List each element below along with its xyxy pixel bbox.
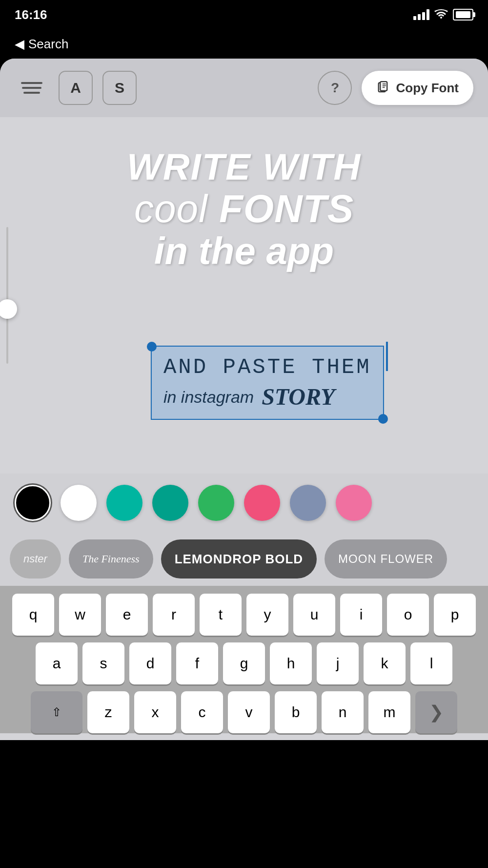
font-s-label: S xyxy=(115,80,124,96)
key-z[interactable]: z xyxy=(87,691,129,733)
document-icon xyxy=(376,81,390,95)
color-swatch-pink2[interactable] xyxy=(336,485,372,521)
battery-icon xyxy=(453,9,473,21)
key-k[interactable]: k xyxy=(364,642,406,684)
navigation-bar: ◀ Search xyxy=(0,29,488,59)
font-a-label: A xyxy=(70,80,81,96)
color-swatch-bluegray[interactable] xyxy=(290,485,326,521)
keyboard-row-2: a s d f g h j k l xyxy=(4,642,484,684)
key-p[interactable]: p xyxy=(434,594,476,636)
key-y[interactable]: y xyxy=(246,594,288,636)
color-swatch-white[interactable] xyxy=(61,485,97,521)
handle-bottom-right[interactable] xyxy=(378,414,388,424)
color-swatch-black[interactable] xyxy=(15,485,51,521)
font-pill-moonflower[interactable]: MOON FLOWER xyxy=(325,539,447,579)
handle-top-left[interactable] xyxy=(147,342,157,351)
key-u[interactable]: u xyxy=(293,594,335,636)
key-o[interactable]: o xyxy=(387,594,429,636)
key-j[interactable]: j xyxy=(317,642,359,684)
color-swatch-pink1[interactable] xyxy=(244,485,280,521)
keyboard: q w e r t y u i o p a s d f g h j k xyxy=(0,586,488,733)
color-swatch-green[interactable] xyxy=(198,485,234,521)
back-label: Search xyxy=(28,37,68,52)
status-time: 16:16 xyxy=(15,7,47,22)
font-s-button[interactable]: S xyxy=(102,71,137,105)
key-q[interactable]: q xyxy=(12,594,54,636)
key-e[interactable]: e xyxy=(106,594,148,636)
font-selector: nster The Fineness LEMONDROP BOLD MOON F… xyxy=(0,532,488,586)
status-bar: 16:16 xyxy=(0,0,488,29)
keyboard-row-1: q w e r t y u i o p xyxy=(4,594,484,636)
signal-icon xyxy=(413,9,429,20)
handle-top-right[interactable] xyxy=(386,342,388,371)
slider-track xyxy=(6,227,8,364)
key-s[interactable]: s xyxy=(82,642,124,684)
selected-text-box[interactable]: And paste them in instagram STORY xyxy=(151,346,384,420)
font-lemondrop-label: LEMONDROP BOLD xyxy=(175,552,303,567)
key-n[interactable]: n xyxy=(322,691,364,733)
main-text-line1: WRITE WITH xyxy=(73,146,415,187)
key-f[interactable]: f xyxy=(176,642,218,684)
key-t[interactable]: t xyxy=(200,594,242,636)
font-fineness-label: The Fineness xyxy=(82,553,140,565)
key-next[interactable]: ❯ xyxy=(415,691,457,733)
cool-text: cool xyxy=(134,187,219,230)
back-button[interactable]: ◀ Search xyxy=(15,37,68,52)
color-swatch-teal1[interactable] xyxy=(106,485,142,521)
key-m[interactable]: m xyxy=(368,691,410,733)
copy-font-label: Copy Font xyxy=(396,81,459,96)
key-v[interactable]: v xyxy=(228,691,270,733)
fonts-text: FONTS xyxy=(219,187,354,230)
main-text-line2: cool FONTS xyxy=(73,187,415,230)
copy-font-button[interactable]: Copy Font xyxy=(362,71,473,105)
keyboard-row-3: ⇧ z x c v b n m ❯ xyxy=(4,691,484,733)
font-pill-lemondrop[interactable]: LEMONDROP BOLD xyxy=(161,539,317,579)
size-slider[interactable] xyxy=(0,117,15,474)
font-monster-label: nster xyxy=(23,553,47,565)
key-g[interactable]: g xyxy=(223,642,265,684)
menu-button[interactable] xyxy=(15,71,49,105)
key-b[interactable]: b xyxy=(275,691,317,733)
help-icon: ? xyxy=(331,80,339,96)
key-r[interactable]: r xyxy=(153,594,195,636)
toolbar: A S ? Copy Font xyxy=(0,59,488,117)
selected-text-line2: in instagram STORY xyxy=(163,382,371,412)
key-l[interactable]: l xyxy=(410,642,452,684)
font-a-button[interactable]: A xyxy=(59,71,93,105)
selected-text-line1: And paste them xyxy=(163,353,371,381)
key-d[interactable]: d xyxy=(129,642,171,684)
wifi-icon xyxy=(434,8,448,21)
key-shift[interactable]: ⇧ xyxy=(31,691,82,733)
status-icons xyxy=(413,8,473,21)
hamburger-icon xyxy=(21,82,42,84)
color-swatch-teal2[interactable] xyxy=(152,485,188,521)
key-a[interactable]: a xyxy=(36,642,78,684)
main-text-block: WRITE WITH cool FONTS in the app xyxy=(73,146,415,272)
key-x[interactable]: x xyxy=(134,691,176,733)
back-arrow-icon: ◀ xyxy=(15,37,24,52)
app-container: A S ? Copy Font WRITE xyxy=(0,59,488,740)
font-moonflower-label: MOON FLOWER xyxy=(338,552,433,566)
canvas-area[interactable]: WRITE WITH cool FONTS in the app And pas… xyxy=(0,117,488,474)
help-button[interactable]: ? xyxy=(318,71,352,105)
color-palette xyxy=(0,474,488,532)
font-pill-fineness[interactable]: The Fineness xyxy=(69,539,153,579)
main-text-line3: in the app xyxy=(73,230,415,272)
keyboard-keys: q w e r t y u i o p a s d f g h j k xyxy=(0,586,488,733)
key-i[interactable]: i xyxy=(340,594,382,636)
instagram-text: in instagram xyxy=(163,386,254,408)
key-w[interactable]: w xyxy=(59,594,101,636)
key-c[interactable]: c xyxy=(181,691,223,733)
slider-thumb[interactable] xyxy=(0,299,17,319)
story-text: STORY xyxy=(262,382,335,412)
font-pill-monster[interactable]: nster xyxy=(10,539,61,579)
key-h[interactable]: h xyxy=(270,642,312,684)
